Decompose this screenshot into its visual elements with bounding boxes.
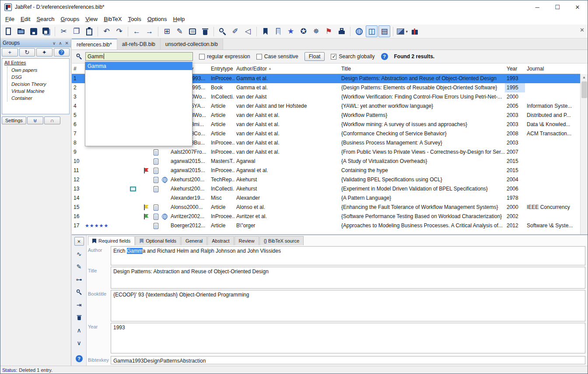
delete-entry-icon[interactable] [199,25,211,37]
open-library-icon[interactable] [15,25,27,37]
column-header-year[interactable]: Year [505,64,525,74]
table-row[interactable]: 13Akehurst200...InCollecti...Akehurst{Ex… [72,184,580,194]
undo-icon[interactable]: ↶ [101,25,112,37]
table-row[interactable]: 16Avritzer2002...InProcee...Avritzer et … [72,212,580,221]
tree-item-decision-theory[interactable]: Decision Theory [11,81,67,88]
generate-key-icon[interactable]: ∿ [74,250,84,258]
tree-item-container[interactable]: Container [11,95,67,102]
previous-entry-icon[interactable]: ∧ [74,326,84,335]
edit-entry-icon[interactable]: ✎ [174,25,186,37]
menu-item-tools[interactable]: Tools [125,14,144,24]
search-icon[interactable] [217,25,228,37]
search-related-icon[interactable] [74,288,84,296]
save-library-icon[interactable] [28,25,39,37]
search-help-icon[interactable]: ? [381,53,388,60]
help-icon[interactable]: ? [74,354,84,363]
priority-flag-icon[interactable]: ⚑ [323,25,335,37]
table-row[interactable]: 10agarwal2015...MastersT...Agarwal{A Stu… [72,157,580,166]
tree-item-dsg[interactable]: DSG [11,74,67,81]
global-checkbox-box[interactable] [331,54,336,60]
editor-tab-review[interactable]: Review [234,236,259,245]
star-icon[interactable]: ★ [285,25,297,37]
table-row[interactable]: 17★★★★★Boerger2012...ArticleB\"orger{App… [72,221,580,230]
column-header-blank[interactable]: # [72,64,83,74]
toggle-groups-icon[interactable]: ◫ [366,25,378,37]
write-icon[interactable]: ✎ [74,262,84,271]
close-button[interactable]: ✕ [567,0,588,14]
float-button[interactable]: Float [304,52,325,61]
scrollbar-thumb[interactable] [581,81,587,98]
table-row[interactable]: 12Akehurst200...TechRep...Akehurst{Valid… [72,175,580,184]
search-input[interactable]: Gamm [85,52,193,61]
tree-item-all-entries[interactable]: All Entries [4,60,67,67]
forward-icon[interactable]: → [144,25,155,37]
tree-item-virtual-machine[interactable]: Virtual Machine [11,88,67,95]
menu-item-edit[interactable]: Edit [18,14,33,24]
menu-item-search[interactable]: Search [33,14,57,24]
column-header-title[interactable]: Title [340,64,505,74]
back-icon[interactable]: ← [131,25,143,37]
web-search-icon[interactable] [353,25,365,37]
search-globally-checkbox[interactable]: Search globally [331,53,374,60]
regex-checkbox-box[interactable] [199,54,205,60]
donate-icon[interactable] [409,25,420,37]
maximize-button[interactable]: ☐ [547,0,567,14]
table-row[interactable]: 14Alexander19...MiscAlexander{A Pattern … [72,194,580,203]
new-library-icon[interactable] [2,25,14,37]
menu-item-options[interactable]: Options [144,14,170,24]
table-row[interactable]: 11agarwal2015...InProcee...Agarwal et al… [72,166,580,175]
new-entry-icon[interactable]: ⊞ [161,25,173,37]
refresh-groups-button[interactable]: ↻ [19,48,35,56]
next-entry-icon[interactable]: ∨ [74,339,84,347]
relevance-icon[interactable]: ✵ [310,25,322,37]
field-input-title[interactable]: Design Patterns: Abstraction and Reuse o… [111,267,585,289]
auto-link-icon[interactable]: ◁ [242,25,254,37]
column-header-author-editor[interactable]: Author/Editor▲ [234,64,340,74]
auto-group-button[interactable]: ✦ [36,48,52,56]
file-tab-unsorted-collection-bib[interactable]: unsorted-collection.bib [161,39,223,49]
editor-tab-bibtex-source[interactable]: {} BibTeX source [259,236,304,245]
editor-tab-general[interactable]: General [181,236,207,245]
menu-item-bibtex[interactable]: BibTeX [101,14,125,24]
toggle-preview-icon[interactable]: ▤ [378,25,390,37]
field-input-bibtexkey[interactable]: Gamma1993DesignPatternsAbstraction [111,356,585,364]
editor-tab-abstract[interactable]: Abstract [207,236,234,245]
menu-item-help[interactable]: Help [170,14,188,24]
case-sensitive-checkbox[interactable]: Case sensitive [256,53,298,60]
chevron-up-icon[interactable]: ∧ [59,41,62,46]
menu-item-view[interactable]: View [82,14,101,24]
bookmark-outline-icon[interactable] [272,25,284,37]
editor-tab-optional-fields[interactable]: Optional fields [135,236,181,245]
tree-item-own-papers[interactable]: Own papers [11,67,67,74]
chevron-down-icon[interactable]: ∨ [52,41,56,46]
minimize-button[interactable]: ─ [527,0,547,14]
table-row[interactable]: 9Aalst2007Fro...InProcee...van der Aalst… [72,148,580,157]
paste-icon[interactable] [83,25,95,37]
copy-icon[interactable]: ❐ [70,25,82,37]
cleanup-icon[interactable]: ✐ [229,25,241,37]
close-groups-panel-icon[interactable]: ✕ [65,41,69,46]
field-input-booktitle[interactable]: {ECOOP}' 93 {\textemdash} Object-Oriente… [111,290,585,321]
file-tab-references-bib[interactable]: references.bib* [72,39,117,49]
key-icon[interactable]: ⊶ [74,275,84,284]
settings-button[interactable]: Settings [2,116,26,124]
column-header-journal[interactable]: Journal [525,64,580,74]
close-editor-icon[interactable]: ✕ [74,237,84,246]
union-view-button[interactable]: ⊎ [27,116,43,124]
table-scrollbar[interactable]: ▲ ▼ [580,74,588,245]
quality-icon[interactable]: ✪ [298,25,309,37]
menu-item-groups[interactable]: Groups [58,14,83,24]
autocomplete-item[interactable]: Gamma [85,62,192,70]
menu-item-file[interactable]: File [2,14,18,24]
color-picker-icon[interactable]: ▾ [396,25,408,37]
bookmark-filled-icon[interactable] [259,25,271,37]
print-icon[interactable] [336,25,347,37]
scroll-up-icon[interactable]: ▲ [582,74,586,81]
regex-checkbox[interactable]: regular expression [199,53,250,60]
toolbar-close-icon[interactable]: ✕ [580,27,584,33]
column-header-entrytype[interactable]: Entrytype [209,64,234,74]
groups-help-button[interactable]: ? [54,48,70,56]
intersection-view-button[interactable]: ∩ [44,116,60,124]
new-entry-plaintext-icon[interactable] [186,25,198,37]
field-input-author[interactable]: Erich Gamma and Richard Helm and Ralph J… [111,246,585,265]
